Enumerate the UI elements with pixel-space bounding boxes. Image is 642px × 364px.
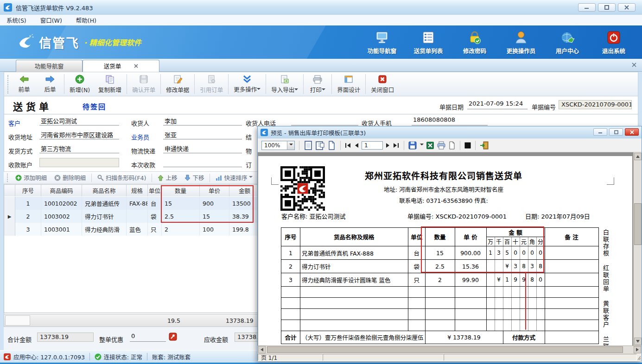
copy-label-blue: 兰联仓库 — [601, 336, 610, 345]
receiver-mobile-field[interactable]: 18608080808 — [412, 116, 488, 126]
customer-label: 客户 — [8, 119, 20, 127]
scroll-up-icon[interactable] — [634, 153, 642, 160]
scroll-left-icon[interactable] — [258, 346, 266, 353]
grid-header-price[interactable]: 单价 — [200, 185, 229, 196]
delete-detail-button[interactable]: 删除明细 — [51, 173, 89, 182]
receiver-field[interactable]: 李加 — [163, 116, 242, 126]
more-actions-button[interactable]: 更多操作 — [229, 74, 265, 95]
scroll-down-icon[interactable] — [634, 338, 642, 345]
two-page-icon[interactable] — [315, 141, 324, 150]
tab-delivery-order[interactable]: 送货单 — [83, 60, 159, 72]
next-order-button[interactable]: 后单 — [37, 74, 63, 95]
grid-header-name[interactable]: 商品名称 — [82, 185, 127, 196]
grid-header-seq[interactable]: 序号 — [15, 185, 41, 196]
print-report-icon[interactable] — [437, 141, 446, 150]
total-amount-label: 合计金额 — [7, 335, 32, 344]
first-page-icon[interactable] — [345, 143, 351, 148]
exit-preview-icon[interactable] — [480, 141, 489, 150]
menu-system[interactable]: 系统(S) — [6, 16, 26, 25]
row-marker — [4, 223, 15, 236]
grid-header-amount[interactable]: 金额 — [229, 185, 260, 196]
banner-action-label: 功能导航窗 — [368, 46, 397, 55]
discount-field[interactable]: 0 — [130, 333, 166, 342]
user-center-button[interactable]: 用户中心 — [547, 29, 587, 56]
resize-grip-icon[interactable] — [637, 355, 642, 361]
app-logo-icon — [4, 3, 12, 12]
customer-field[interactable]: 亚拓公司测试 — [39, 116, 119, 126]
preview-vscrollbar[interactable] — [633, 152, 642, 345]
quick-sort-button[interactable]: 快速排序 — [213, 173, 255, 182]
vscroll-thumb[interactable] — [634, 203, 642, 245]
confirm-order-button[interactable]: 确认开单 — [128, 74, 159, 95]
receiver-phone-field[interactable] — [291, 116, 358, 126]
logistics-field[interactable]: 申通快递 — [163, 144, 242, 153]
close-window-icon — [378, 75, 387, 84]
preview-minimize-button[interactable] — [593, 128, 607, 136]
blank-page-icon[interactable] — [448, 141, 456, 150]
chevron-down-icon[interactable] — [420, 144, 424, 147]
print-button[interactable]: 打印 — [305, 74, 331, 95]
scroll-right-icon[interactable] — [634, 346, 641, 353]
salesman-field[interactable]: 张亚 — [163, 130, 242, 139]
order-label-clipped: 订 — [246, 160, 252, 169]
import-export-button[interactable]: 导入导出 — [267, 74, 302, 95]
scan-barcode-button[interactable]: 扫描条形码(F4) — [95, 173, 149, 182]
change-password-button[interactable]: 修改密码 — [455, 29, 495, 56]
add-detail-button[interactable]: 添加明细 — [13, 173, 50, 182]
ui-design-button[interactable]: 界面设计 — [333, 74, 364, 95]
lock-icon — [468, 31, 482, 44]
tab-strip: 功能导航窗 送货单 — [0, 59, 642, 72]
toolbar-grip — [7, 75, 10, 94]
maximize-button[interactable] — [598, 3, 616, 12]
ship-method-field[interactable]: 第三方物流 — [39, 144, 119, 153]
new-button[interactable]: 新增(N) — [65, 74, 94, 95]
add-icon — [75, 75, 84, 84]
last-page-icon[interactable] — [393, 143, 400, 148]
close-window-button[interactable]: 关闭窗口 — [367, 74, 398, 95]
ref-order-button[interactable]: 引用订单 — [196, 74, 227, 95]
exit-system-button[interactable]: 退出系统 — [594, 29, 634, 56]
print-contact: 联系电话: 0371-63563890 传真: — [314, 196, 573, 205]
grid-header-spec[interactable]: 规格 — [127, 185, 148, 196]
page-width-icon[interactable] — [327, 141, 336, 150]
minimize-button[interactable] — [578, 3, 596, 12]
prev-order-button[interactable]: 前单 — [11, 74, 37, 95]
copy-labels: 白联存根 红联回单 黄联客户 兰联仓库 — [601, 229, 610, 345]
grid-header-code[interactable]: 商品编码 — [41, 185, 82, 196]
payment-now-field[interactable] — [163, 158, 242, 167]
nav-window-button[interactable]: 功能导航窗 — [362, 29, 402, 56]
whole-page-icon[interactable] — [304, 141, 313, 150]
switch-operator-button[interactable]: 更换操作员 — [501, 29, 541, 56]
discount-edit-icon[interactable] — [169, 333, 177, 341]
status-app-center: 应用中心: 127.0.0.1:7093 — [13, 352, 85, 361]
modify-order-button[interactable]: 修改单据 — [162, 74, 193, 95]
close-button[interactable] — [618, 3, 636, 12]
save-report-icon[interactable] — [408, 141, 418, 150]
tab-nav-window[interactable]: 功能导航窗 — [16, 60, 83, 72]
zoom-select[interactable]: 100% — [261, 141, 295, 150]
doc-date-value[interactable]: 2021-07-09 15:24 — [467, 100, 528, 109]
menu-bar: 系统(S) 窗口(W) 帮助(H) — [0, 15, 642, 25]
move-up-button[interactable]: 上移 — [155, 173, 180, 182]
dropdown-caret-icon — [294, 88, 298, 92]
page-number-input[interactable]: 1 — [362, 141, 383, 150]
copy-new-button[interactable]: 复制新增 — [94, 74, 126, 95]
next-page-icon[interactable] — [385, 143, 391, 148]
grid-header-unit[interactable]: 单位 — [148, 185, 162, 196]
tabstrip-close-icon[interactable] — [632, 63, 636, 67]
menu-window[interactable]: 窗口(W) — [40, 16, 62, 25]
delivery-list-button[interactable]: 送货单列表 — [408, 29, 448, 56]
grid-hscroll-thumb[interactable] — [5, 315, 30, 326]
hscroll-thumb[interactable] — [267, 346, 623, 353]
preview-maximize-button[interactable] — [609, 128, 623, 136]
preview-close-button[interactable] — [625, 128, 639, 136]
export-excel-icon[interactable] — [426, 141, 434, 150]
move-down-button[interactable]: 下移 — [182, 173, 207, 182]
preview-hscrollbar[interactable] — [258, 345, 642, 353]
stop-icon[interactable] — [464, 142, 471, 149]
grid-header-qty[interactable]: 数量 — [162, 185, 200, 196]
tab-close-icon[interactable] — [134, 64, 138, 68]
prev-page-icon[interactable] — [354, 143, 359, 148]
menu-help[interactable]: 帮助(H) — [76, 16, 96, 25]
address-field[interactable]: 河南省郑州市中原区建设路 — [39, 130, 119, 139]
